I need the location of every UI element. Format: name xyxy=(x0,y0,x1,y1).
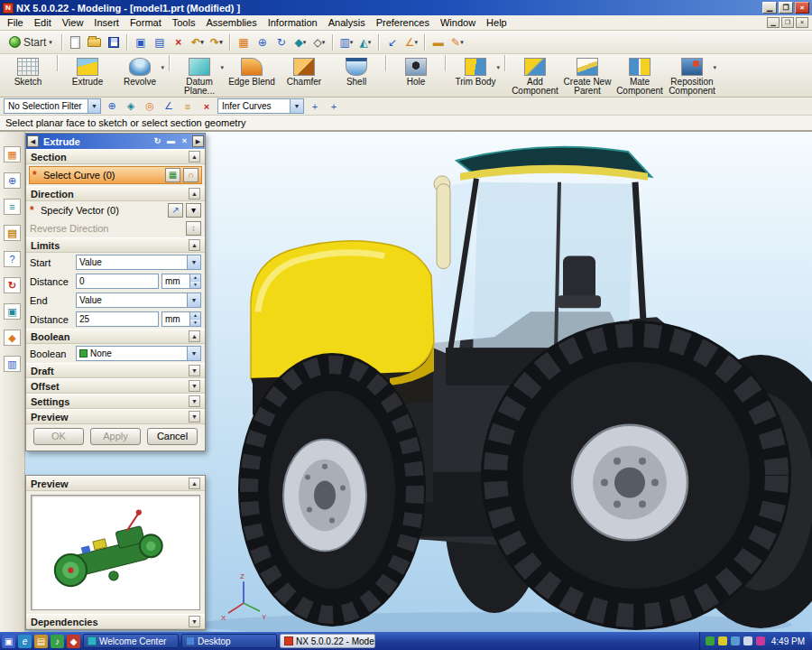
hole-button[interactable]: Hole xyxy=(390,55,442,96)
menu-file[interactable]: File xyxy=(2,16,29,29)
curve-rule-icon[interactable]: ▦ xyxy=(165,168,180,182)
start-button[interactable]: Start ▾ xyxy=(4,33,58,51)
end-type-dropdown[interactable]: Value ▼ xyxy=(76,292,201,308)
collapse-icon[interactable]: ▲ xyxy=(189,239,200,251)
constraint-navigator-icon[interactable]: ⊕ xyxy=(4,172,21,189)
view-orientation-icon[interactable]: ◭▾ xyxy=(356,33,374,51)
menu-window[interactable]: Window xyxy=(435,16,481,29)
chevron-down-icon[interactable]: ▾ xyxy=(713,63,716,72)
dialog-back-icon[interactable]: ◀ xyxy=(27,135,39,147)
deselect-icon[interactable]: × xyxy=(198,98,215,114)
start-distance-input[interactable]: 0 xyxy=(76,274,159,289)
expand-icon[interactable]: ▼ xyxy=(189,380,200,392)
menu-information[interactable]: Information xyxy=(263,16,323,29)
volume-tray-icon[interactable] xyxy=(743,636,752,645)
datum-plane-button[interactable]: Datum Plane... ▾ xyxy=(173,55,226,96)
rotate-view-icon[interactable]: ↻ xyxy=(272,33,291,51)
ok-button[interactable]: OK xyxy=(33,428,84,445)
network-tray-icon[interactable] xyxy=(731,636,740,645)
reposition-component-button[interactable]: Reposition Component ▾ xyxy=(666,55,718,96)
part-navigator-icon[interactable]: ≡ xyxy=(4,199,21,215)
create-new-parent-button[interactable]: Create New Parent xyxy=(561,55,614,96)
chevron-down-icon[interactable]: ▾ xyxy=(220,63,224,72)
plane-constructor-icon[interactable]: + xyxy=(326,98,342,114)
menu-insert[interactable]: Insert xyxy=(88,16,125,29)
settings-group-header[interactable]: Settings ▼ xyxy=(26,394,205,409)
assembly-navigator-icon[interactable]: ▦ xyxy=(4,146,21,162)
chamfer-button[interactable]: Chamfer xyxy=(278,55,330,96)
child-close-button[interactable]: × xyxy=(796,17,808,28)
system-materials-icon[interactable]: ▣ xyxy=(4,303,21,320)
quick-launch-media-icon[interactable]: ♪ xyxy=(51,635,64,648)
menu-tools[interactable]: Tools xyxy=(167,16,201,29)
title-bar[interactable]: N NX 5.0.0.22 - Modeling - [model1.prt (… xyxy=(0,0,812,15)
limits-group-header[interactable]: Limits ▲ xyxy=(26,237,205,253)
preview-group-header[interactable]: Preview ▼ xyxy=(26,409,205,424)
task-desktop[interactable]: Desktop xyxy=(181,634,277,648)
edge-blend-button[interactable]: Edge Blend xyxy=(226,55,278,96)
front-wheel[interactable] xyxy=(238,353,426,627)
select-curve-row[interactable]: * Select Curve (0) ▦ ∩ xyxy=(29,166,202,184)
vector-dropdown-icon[interactable]: ▾ xyxy=(186,203,201,218)
shaded-display-icon[interactable]: ◆▾ xyxy=(291,33,309,51)
trim-body-button[interactable]: Trim Body ▾ xyxy=(449,55,502,96)
messenger-tray-icon[interactable] xyxy=(756,636,765,645)
dialog-minimize-icon[interactable]: ▬ xyxy=(165,135,177,147)
preview-panel-header[interactable]: Preview ▲ xyxy=(26,476,205,491)
fit-view-icon[interactable]: ▦ xyxy=(235,33,253,51)
close-button[interactable]: × xyxy=(795,2,809,14)
extrude-dialog[interactable]: ◀ Extrude ↻ ▬ × ▶ Section ▲ * Select Cur… xyxy=(25,133,206,451)
restore-button[interactable]: ❐ xyxy=(779,2,793,14)
reuse-library-icon[interactable]: ▤ xyxy=(4,225,21,241)
menu-help[interactable]: Help xyxy=(481,16,512,29)
menu-edit[interactable]: Edit xyxy=(29,16,57,29)
scene-navigator-icon[interactable]: ▥ xyxy=(4,356,21,372)
rear-wheel[interactable] xyxy=(481,320,791,630)
menu-assemblies[interactable]: Assemblies xyxy=(200,16,262,29)
start-distance-unit-dropdown[interactable]: mm ▲▼ xyxy=(161,274,201,289)
child-minimize-button[interactable]: ▁ xyxy=(767,17,780,28)
snap-endpoint-icon[interactable]: ∠ xyxy=(161,98,177,114)
offset-group-header[interactable]: Offset ▼ xyxy=(26,378,205,394)
selection-filter-dropdown[interactable]: No Selection Filter ▼ xyxy=(4,98,101,114)
collapse-icon[interactable]: ▲ xyxy=(189,478,200,489)
vector-dialog-icon[interactable]: ↗ xyxy=(168,203,183,218)
sketch-button[interactable]: Sketch xyxy=(2,55,54,96)
clock[interactable]: 4:49 PM xyxy=(769,636,805,646)
quick-launch-window-icon[interactable]: ▣ xyxy=(2,635,15,648)
internet-explorer-icon[interactable]: e xyxy=(18,635,32,648)
expand-icon[interactable]: ▼ xyxy=(189,365,200,376)
sketch-section-icon[interactable]: ∩ xyxy=(183,168,198,182)
minimize-button[interactable]: ▁ xyxy=(762,2,777,14)
select-all-icon[interactable]: ⊕ xyxy=(104,98,120,114)
redo-icon[interactable]: ↷▾ xyxy=(208,33,226,51)
snap-midpoint-icon[interactable]: ≡ xyxy=(180,98,196,114)
history-icon[interactable]: ↻ xyxy=(4,277,21,293)
zoom-icon[interactable]: ⊕ xyxy=(254,33,272,51)
menu-analysis[interactable]: Analysis xyxy=(323,16,371,29)
task-nx[interactable]: NX 5.0.0.22 - Modeli... xyxy=(280,634,375,648)
delete-icon[interactable]: × xyxy=(170,33,188,51)
open-icon[interactable] xyxy=(86,33,104,51)
boolean-dropdown[interactable]: None ▼ xyxy=(76,346,201,361)
roles-icon[interactable]: ◆ xyxy=(4,330,21,346)
add-component-button[interactable]: Add Component xyxy=(509,55,561,96)
dialog-reset-icon[interactable]: ↻ xyxy=(152,135,163,147)
dialog-forward-icon[interactable]: ▶ xyxy=(192,135,204,147)
collapse-icon[interactable]: ▲ xyxy=(189,330,200,342)
extrude-button[interactable]: Extrude xyxy=(61,55,114,96)
dialog-close-icon[interactable]: × xyxy=(179,135,190,147)
draft-group-header[interactable]: Draft ▼ xyxy=(26,363,205,378)
spinner[interactable]: ▲▼ xyxy=(189,312,200,326)
task-welcome-center[interactable]: Welcome Center xyxy=(83,634,179,648)
boolean-group-header[interactable]: Boolean ▲ xyxy=(26,329,205,344)
wireframe-display-icon[interactable]: ◇▾ xyxy=(310,33,328,51)
copy-icon[interactable]: ▣ xyxy=(132,33,150,51)
reverse-direction-row[interactable]: Reverse Direction ↕ xyxy=(26,219,205,237)
section-group-header[interactable]: Section ▲ xyxy=(26,149,205,164)
reverse-direction-icon[interactable]: ↕ xyxy=(186,221,201,236)
shell-button[interactable]: Shell xyxy=(330,55,383,96)
revolve-button[interactable]: Revolve ▾ xyxy=(114,55,166,96)
specify-vector-row[interactable]: * Specify Vector (0) ↗ ▾ xyxy=(26,201,205,219)
child-restore-button[interactable]: ❐ xyxy=(781,17,794,28)
